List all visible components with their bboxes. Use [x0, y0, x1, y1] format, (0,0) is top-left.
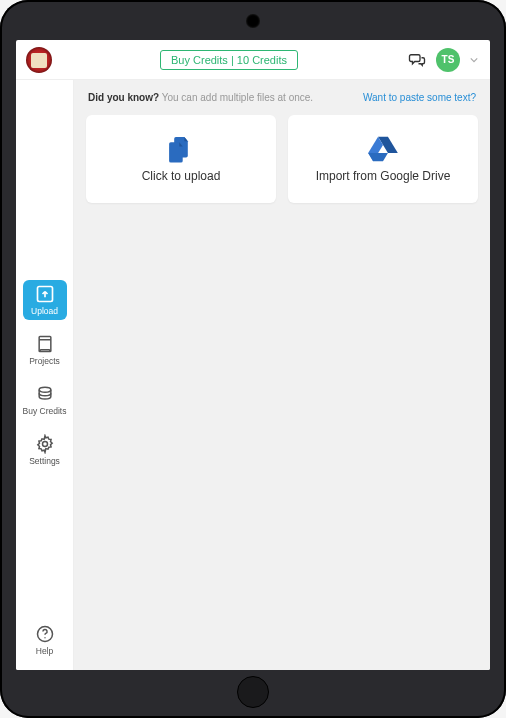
main-area: Did you know? You can add multiple files… [74, 80, 490, 670]
upload-icon [35, 284, 55, 304]
chevron-down-icon[interactable] [468, 54, 480, 65]
card-label: Import from Google Drive [316, 169, 451, 183]
sidebar-item-label: Settings [29, 456, 60, 466]
sidebar-item-label: Projects [29, 356, 60, 366]
paste-text-link[interactable]: Want to paste some text? [363, 92, 476, 103]
sidebar-item-label: Buy Credits [23, 406, 67, 416]
app-logo[interactable] [26, 47, 52, 73]
sidebar-item-settings[interactable]: Settings [23, 430, 67, 470]
svg-point-2 [39, 387, 51, 392]
sidebar-item-label: Upload [31, 306, 58, 316]
projects-icon [35, 334, 55, 354]
sidebar: Upload Projects Buy Credits [16, 80, 74, 670]
svg-point-3 [42, 442, 47, 447]
body: Upload Projects Buy Credits [16, 80, 490, 670]
card-label: Click to upload [142, 169, 221, 183]
chat-icon[interactable] [406, 49, 428, 71]
sidebar-item-help[interactable]: Help [23, 620, 67, 660]
coins-icon [35, 384, 55, 404]
google-drive-icon [366, 135, 400, 163]
files-icon [164, 135, 198, 163]
sidebar-item-label: Help [36, 646, 53, 656]
header: Buy Credits | 10 Credits TS [16, 40, 490, 80]
buy-credits-pill[interactable]: Buy Credits | 10 Credits [160, 50, 298, 70]
upload-cards: Click to upload Import from Google Drive [86, 115, 478, 203]
did-you-know-text: Did you know? You can add multiple files… [88, 92, 313, 103]
click-to-upload-card[interactable]: Click to upload [86, 115, 276, 203]
camera-dot [246, 14, 260, 28]
svg-point-5 [44, 637, 45, 638]
sidebar-item-upload[interactable]: Upload [23, 280, 67, 320]
import-google-drive-card[interactable]: Import from Google Drive [288, 115, 478, 203]
avatar[interactable]: TS [436, 48, 460, 72]
sidebar-item-buy-credits[interactable]: Buy Credits [23, 380, 67, 420]
tablet-frame: Buy Credits | 10 Credits TS [0, 0, 506, 718]
home-button[interactable] [237, 676, 269, 708]
sidebar-item-projects[interactable]: Projects [23, 330, 67, 370]
info-row: Did you know? You can add multiple files… [86, 92, 478, 103]
app-screen: Buy Credits | 10 Credits TS [16, 40, 490, 670]
help-icon [35, 624, 55, 644]
gear-icon [35, 434, 55, 454]
